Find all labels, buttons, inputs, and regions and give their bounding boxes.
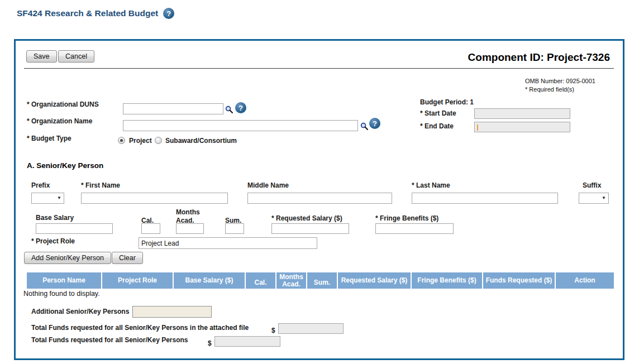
middle-name-label: Middle Name [247, 181, 289, 189]
duns-label: * Organizational DUNS [27, 100, 99, 108]
prefix-label: Prefix [31, 181, 50, 189]
currency-symbol: $ [271, 327, 275, 334]
months-label: Months [176, 208, 200, 216]
help-icon[interactable]: ? [369, 118, 380, 129]
cal-months-input[interactable] [141, 223, 160, 234]
first-name-input[interactable] [81, 193, 228, 204]
column-header-base-salary: Base Salary ($) [174, 272, 245, 289]
requested-salary-label: * Requested Salary ($) [271, 214, 342, 222]
help-icon[interactable]: ? [163, 8, 174, 19]
duns-input[interactable] [123, 103, 223, 114]
radio-label-project[interactable]: Project [129, 137, 152, 145]
sf424-budget-page: SF424 Research & Related Budget ? Save C… [0, 0, 639, 364]
column-header-action: Action [556, 272, 614, 289]
base-salary-label: Base Salary [36, 214, 74, 222]
middle-name-input[interactable] [247, 193, 392, 204]
radio-label-subaward[interactable]: Subaward/Consortium [165, 137, 237, 145]
cancel-button[interactable]: Cancel [58, 50, 94, 63]
text-cursor [477, 124, 478, 131]
omb-number: OMB Number: 0925-0001 [525, 78, 595, 84]
prefix-select[interactable]: ▼ [31, 193, 64, 204]
column-header-cal: Cal. [246, 272, 275, 289]
table-empty-message: Nothing found to display. [23, 290, 100, 298]
all-persons-total-input[interactable] [214, 336, 280, 347]
attached-file-total-label: Total Funds requested for all Senior/Key… [31, 324, 249, 332]
section-a-heading: A. Senior/Key Person [27, 161, 103, 170]
end-date-label: * End Date [420, 122, 454, 130]
column-header-months-acad: Months Acad. [276, 272, 306, 289]
clear-button[interactable]: Clear [112, 252, 143, 264]
attached-file-total-input[interactable] [278, 323, 344, 334]
chevron-down-icon: ▼ [57, 196, 61, 200]
page-title: SF424 Research & Related Budget ? [17, 8, 174, 19]
suffix-label: Suffix [583, 181, 601, 189]
column-header-requested-salary: Requested Salary ($) [338, 272, 411, 289]
sum-months-input[interactable] [225, 223, 244, 234]
project-role-input[interactable] [139, 237, 317, 249]
save-button[interactable]: Save [26, 50, 57, 63]
column-header-project-role: Project Role [102, 272, 173, 289]
column-header-fringe-benefits: Fringe Benefits ($) [412, 272, 482, 289]
suffix-select[interactable]: ▼ [579, 193, 609, 204]
fringe-benefits-label: * Fringe Benefits ($) [375, 214, 438, 222]
requested-salary-input[interactable] [271, 223, 349, 234]
help-icon[interactable]: ? [235, 102, 246, 113]
org-name-input[interactable] [123, 120, 358, 131]
last-name-label: * Last Name [412, 181, 450, 189]
header-divider [24, 68, 614, 69]
component-id: Component ID: Project-7326 [468, 51, 610, 64]
radio-budget-type-subaward[interactable] [155, 137, 162, 144]
required-fields-note: * Required field(s) [525, 86, 574, 93]
search-icon[interactable] [360, 122, 369, 131]
acad-months-input[interactable] [176, 223, 204, 234]
budget-type-label: * Budget Type [27, 135, 71, 142]
fringe-benefits-input[interactable] [375, 223, 454, 234]
chevron-down-icon: ▼ [602, 196, 606, 200]
column-header-sum: Sum. [307, 272, 337, 289]
currency-symbol: $ [208, 339, 212, 347]
org-name-label: * Organization Name [27, 117, 92, 125]
all-persons-total-label: Total Funds requested for all Senior/Key… [31, 336, 199, 344]
column-header-person-name: Person Name [27, 272, 101, 289]
persons-table-header: Person Name Project Role Base Salary ($)… [27, 272, 614, 289]
project-role-label: * Project Role [31, 237, 75, 245]
budget-period-label: Budget Period: 1 [420, 98, 474, 106]
first-name-label: * First Name [81, 181, 120, 189]
end-date-input[interactable] [474, 122, 570, 132]
last-name-input[interactable] [412, 193, 558, 204]
start-date-input[interactable] [474, 108, 570, 119]
column-header-funds-requested: Funds Requested ($) [483, 272, 555, 289]
base-salary-input[interactable] [36, 223, 113, 234]
page-title-text: SF424 Research & Related Budget [17, 8, 158, 18]
additional-persons-label: Additional Senior/Key Persons [31, 308, 129, 315]
additional-persons-input[interactable] [132, 306, 212, 318]
search-icon[interactable] [225, 106, 233, 114]
add-senior-key-person-button[interactable]: Add Senior/Key Person [24, 252, 111, 264]
start-date-label: * Start Date [420, 109, 456, 117]
radio-budget-type-project[interactable] [118, 137, 125, 144]
